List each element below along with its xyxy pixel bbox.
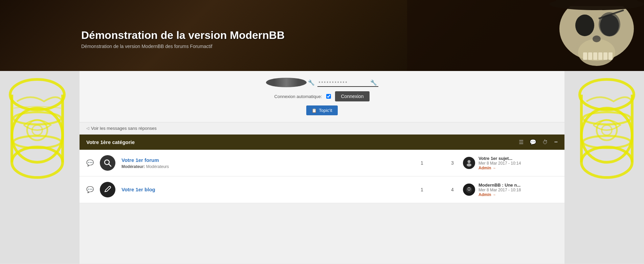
svg-point-34 xyxy=(580,79,634,110)
forum-avatar-2 xyxy=(100,182,115,197)
forum-stats-1: 1 3 xyxy=(417,160,458,166)
svg-point-39 xyxy=(583,112,630,124)
topicit-button[interactable]: 📋 Topic'it xyxy=(306,105,337,115)
svg-rect-7 xyxy=(588,52,592,60)
auto-login-checkbox[interactable] xyxy=(326,94,331,99)
forum-chat-icon-1: 💬 xyxy=(86,159,94,167)
forum-info-1: Votre 1er forum Modérateur: Modérateurs xyxy=(121,157,412,169)
password-input[interactable] xyxy=(317,78,378,87)
category-header: Votre 1ère catégorie ☰ 💬 ⏱ − xyxy=(80,135,564,150)
svg-point-5 xyxy=(593,35,601,42)
svg-rect-9 xyxy=(598,52,602,60)
last-post-author-2: Admin → xyxy=(479,192,521,197)
svg-rect-13 xyxy=(556,0,637,6)
forum-avatar-1 xyxy=(100,155,115,171)
collapse-icon[interactable]: − xyxy=(554,139,558,146)
last-post-title-1: Votre 1er sujet... xyxy=(479,156,521,161)
forum-moderator-1: Modérateur: Modérateurs xyxy=(121,164,412,169)
forum-chat-icon-2: 💬 xyxy=(86,186,94,193)
doodle-right xyxy=(573,74,641,210)
connexion-button[interactable]: Connexion xyxy=(335,91,370,101)
last-post-arrow-2: → xyxy=(492,193,496,197)
login-fields-row: 🔧 🔧 xyxy=(266,78,378,87)
svg-point-28 xyxy=(467,164,471,167)
forum-last-post-2: ModernBB : Une n... Mer 8 Mar 2017 - 10:… xyxy=(463,183,558,197)
category-title: Votre 1ère catégorie xyxy=(86,139,135,145)
forum-replies-2: 4 xyxy=(447,187,458,192)
svg-point-33 xyxy=(469,188,470,190)
last-post-info-1: Votre 1er sujet... Mer 8 Mar 2017 - 10:1… xyxy=(479,156,521,170)
last-post-avatar-1 xyxy=(463,157,475,169)
content-area: 🔧 🔧 Connexion automatique: Connexion 📋 T… xyxy=(80,71,564,264)
skull-decoration xyxy=(407,0,644,71)
forum-posts-1: 1 xyxy=(417,160,427,166)
last-post-title-2: ModernBB : Une n... xyxy=(479,183,521,188)
forum-posts-2: 1 xyxy=(417,187,427,192)
last-post-avatar-2 xyxy=(463,184,475,196)
svg-rect-10 xyxy=(603,52,607,60)
forum-avatar-wrap-2 xyxy=(99,181,116,198)
svg-rect-8 xyxy=(593,52,597,60)
password-icon: 🔧 xyxy=(370,79,377,86)
forum-name-1[interactable]: Votre 1er forum xyxy=(121,157,159,163)
username-wrap: 🔧 xyxy=(266,78,315,87)
last-post-author-1: Admin → xyxy=(479,166,521,170)
header-banner: Démonstration de la version ModernBB Dém… xyxy=(0,0,644,71)
login-bar: 🔧 🔧 Connexion automatique: Connexion 📋 T… xyxy=(80,71,564,122)
svg-line-26 xyxy=(109,164,111,166)
svg-point-16 xyxy=(10,79,64,110)
last-post-date-2: Mer 8 Mar 2017 - 10:18 xyxy=(479,188,521,192)
messages-arrow-icon: ◁ xyxy=(86,126,89,130)
forum-avatar-wrap-1 xyxy=(99,154,116,171)
svg-point-32 xyxy=(468,188,469,190)
messages-link[interactable]: Voir les messages sans réponses xyxy=(91,126,157,131)
topicit-label: Topic'it xyxy=(319,108,332,113)
topicit-icon: 📋 xyxy=(312,108,317,113)
doodle-left xyxy=(3,74,71,210)
svg-rect-6 xyxy=(583,52,587,60)
site-title: Démonstration de la version ModernBB xyxy=(81,29,285,42)
password-wrap: 🔧 xyxy=(317,78,378,87)
site-subtitle: Démonstration de la version ModernBB des… xyxy=(81,44,285,49)
forum-replies-1: 3 xyxy=(447,160,458,166)
header-text: Démonstration de la version ModernBB Dém… xyxy=(0,22,285,49)
topicit-row: 📋 Topic'it xyxy=(306,105,337,115)
svg-rect-11 xyxy=(608,52,613,60)
time-header-icon: ⏱ xyxy=(542,139,548,145)
category-icons: ☰ 💬 ⏱ − xyxy=(519,139,558,146)
svg-point-21 xyxy=(14,112,61,124)
main-wrapper: 🔧 🔧 Connexion automatique: Connexion 📋 T… xyxy=(0,71,644,264)
forum-stats-2: 1 4 xyxy=(417,187,458,192)
replies-header-icon: 💬 xyxy=(530,139,536,145)
last-post-arrow-1: → xyxy=(492,166,496,170)
svg-point-3 xyxy=(575,15,594,36)
last-post-info-2: ModernBB : Une n... Mer 8 Mar 2017 - 10:… xyxy=(479,183,521,197)
svg-point-27 xyxy=(468,160,471,163)
login-options-row: Connexion automatique: Connexion xyxy=(274,91,370,101)
messages-bar: ◁ Voir les messages sans réponses xyxy=(80,122,564,135)
forum-row-2: 💬 Votre 1er blog 1 4 xyxy=(80,176,564,203)
forum-last-post-1: Votre 1er sujet... Mer 8 Mar 2017 - 10:1… xyxy=(463,156,558,170)
username-icon: 🔧 xyxy=(308,79,315,86)
forum-info-2: Votre 1er blog xyxy=(121,187,412,193)
last-post-date-1: Mer 8 Mar 2017 - 10:14 xyxy=(479,161,521,166)
sidebar-left xyxy=(0,71,80,264)
forum-name-2[interactable]: Votre 1er blog xyxy=(121,187,155,192)
sidebar-right xyxy=(564,71,644,264)
forum-row: 💬 Votre 1er forum Modérateur: Modérateur… xyxy=(80,150,564,176)
auto-login-label: Connexion automatique: xyxy=(274,94,322,99)
posts-header-icon: ☰ xyxy=(519,139,524,145)
